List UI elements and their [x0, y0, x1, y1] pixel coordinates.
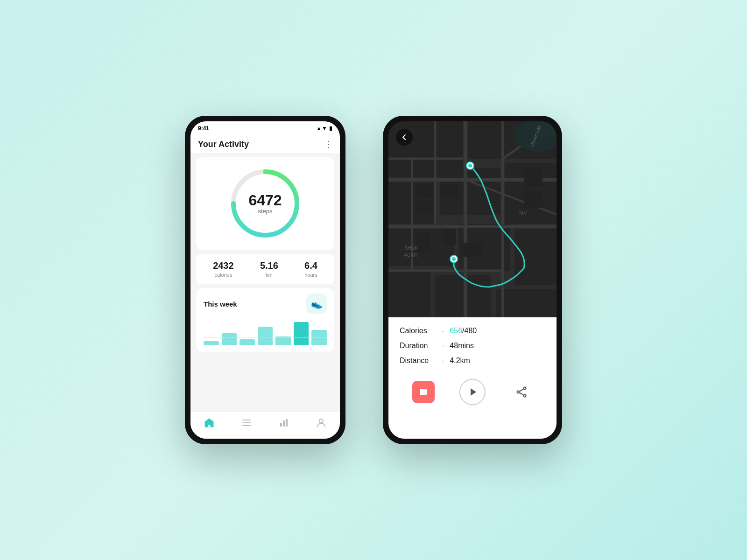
play-button[interactable] [459, 379, 486, 405]
svg-rect-18 [388, 271, 430, 317]
steps-number: 6472 [248, 193, 282, 208]
profile-icon [316, 417, 327, 431]
distance-value: 5.16 [260, 260, 278, 271]
activity-screen: 9:41 ▲▼ ▮ Your Activity ⋮ [190, 121, 340, 439]
svg-rect-38 [416, 233, 430, 252]
calories-dash: - [442, 327, 444, 335]
route-actions [400, 374, 545, 405]
phone-map: MV Ulsoor Lak SHOK AGAR Calories - 656/4… [383, 116, 562, 444]
distance-stat-label: Distance [400, 357, 442, 365]
distance-stat: 5.16 km [260, 260, 278, 278]
hours-label: hours [304, 272, 317, 278]
svg-point-45 [524, 395, 526, 397]
svg-line-47 [520, 392, 524, 395]
map-label-1: MV [519, 210, 527, 216]
svg-rect-36 [524, 168, 543, 187]
distance-stat-value: 4.2km [450, 357, 470, 365]
bar-6 [294, 322, 309, 345]
svg-rect-5 [280, 423, 282, 427]
calories-value: 2432 [213, 260, 234, 271]
battery-icon: ▮ [329, 125, 332, 132]
calories-label: calories [213, 272, 234, 278]
week-header: This week 👟 [204, 294, 327, 314]
stats-row: 2432 calories 5.16 km 6.4 hours [196, 254, 334, 284]
route-end-inner [452, 257, 456, 261]
duration-stat-row: Duration - 48mins [400, 342, 545, 350]
distance-dash: - [442, 357, 444, 365]
svg-rect-41 [420, 389, 427, 395]
stop-button[interactable] [412, 381, 435, 403]
steps-card: 6472 steps [196, 157, 334, 250]
svg-marker-42 [471, 388, 476, 396]
bar-1 [204, 341, 219, 345]
svg-rect-31 [416, 184, 433, 198]
duration-dash: - [442, 342, 444, 350]
svg-rect-3 [242, 422, 251, 423]
app-header: Your Activity ⋮ [190, 133, 340, 153]
svg-rect-17 [514, 229, 557, 285]
steps-label: steps [248, 208, 282, 215]
svg-rect-20 [496, 289, 557, 317]
svg-line-46 [520, 389, 524, 392]
phone-activity: 9:41 ▲▼ ▮ Your Activity ⋮ [185, 116, 345, 444]
share-button[interactable] [510, 381, 533, 403]
svg-rect-33 [440, 184, 458, 197]
nav-home[interactable] [204, 417, 215, 431]
back-button[interactable] [396, 129, 413, 146]
map-label-4: AGAR [404, 252, 417, 258]
map-screen: MV Ulsoor Lak SHOK AGAR Calories - 656/4… [388, 121, 557, 439]
route-panel: Calories - 656/480 Duration - 48mins Dis… [388, 317, 557, 439]
duration-stat-value: 48mins [450, 342, 474, 350]
map-label-3: SHOK [405, 245, 418, 251]
route-start-inner [468, 164, 472, 168]
menu-button[interactable]: ⋮ [324, 139, 332, 149]
list-icon [241, 417, 252, 431]
steps-circle: 6472 steps [228, 166, 303, 241]
bar-5 [275, 336, 291, 345]
bar-7 [311, 330, 327, 345]
map-svg: MV Ulsoor Lak SHOK AGAR [388, 121, 557, 317]
status-icons: ▲▼ ▮ [316, 125, 332, 132]
bar-chart [204, 319, 327, 347]
svg-rect-34 [444, 229, 456, 245]
home-icon [204, 417, 215, 431]
signal-icon: ▲▼ [316, 125, 327, 132]
calories-stat-value: 656/480 [450, 327, 477, 335]
svg-rect-32 [416, 201, 433, 212]
status-bar: 9:41 ▲▼ ▮ [190, 121, 340, 133]
calories-stat: 2432 calories [213, 260, 234, 278]
svg-point-44 [517, 391, 520, 393]
week-card: This week 👟 [196, 288, 334, 352]
calories-stat-label: Calories [400, 327, 442, 335]
stats-icon [278, 417, 289, 431]
hours-value: 6.4 [304, 260, 317, 271]
steps-center: 6472 steps [248, 193, 282, 215]
nav-stats[interactable] [278, 417, 289, 431]
nav-profile[interactable] [316, 417, 327, 431]
svg-rect-37 [524, 191, 543, 208]
svg-rect-19 [435, 275, 491, 317]
bottom-nav [190, 411, 340, 439]
svg-rect-6 [283, 420, 285, 427]
svg-point-43 [524, 387, 526, 390]
app-title: Your Activity [198, 140, 249, 149]
time: 9:41 [198, 125, 209, 132]
shoe-icon: 👟 [306, 294, 327, 314]
nav-list[interactable] [241, 417, 252, 431]
week-title: This week [204, 300, 237, 308]
distance-stat-row: Distance - 4.2km [400, 357, 545, 365]
svg-rect-7 [286, 419, 288, 427]
svg-rect-4 [242, 425, 251, 426]
bar-2 [222, 333, 237, 345]
svg-rect-2 [242, 420, 251, 420]
bar-3 [240, 339, 255, 345]
svg-point-8 [319, 419, 323, 423]
map-area: MV Ulsoor Lak SHOK AGAR [388, 121, 557, 317]
svg-rect-35 [463, 243, 482, 257]
bar-4 [258, 327, 273, 345]
duration-stat-label: Duration [400, 342, 442, 350]
calories-stat-row: Calories - 656/480 [400, 327, 545, 335]
distance-label: km [260, 272, 278, 278]
hours-stat: 6.4 hours [304, 260, 317, 278]
